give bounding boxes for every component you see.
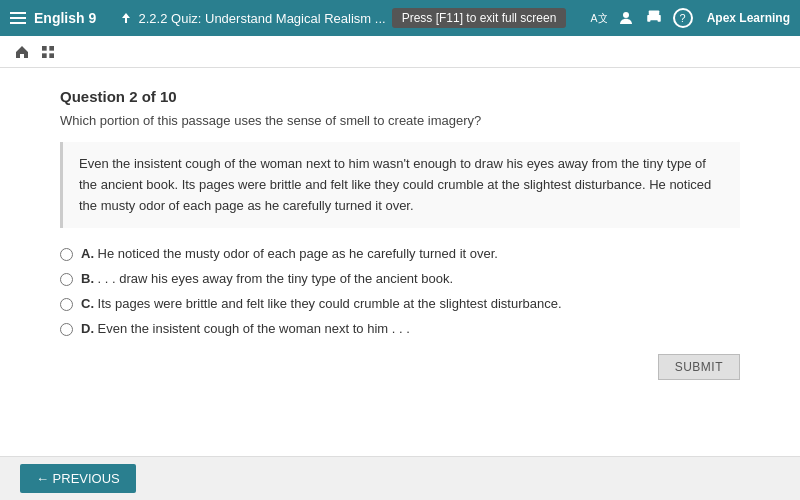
svg-text:A文: A文 [590,12,607,24]
second-bar-icons [14,44,56,60]
radio-d[interactable] [60,323,73,336]
option-text-b: B. . . . draw his eyes away from the tin… [81,271,453,286]
radio-c[interactable] [60,298,73,311]
quiz-label: 2.2.2 Quiz: Understand Magical Realism .… [139,11,386,26]
option-item-a[interactable]: A. He noticed the musty odor of each pag… [60,246,740,261]
option-item-d[interactable]: D. Even the insistent cough of the woman… [60,321,740,336]
top-bar-right: A文 ? Apex Learning [589,8,790,28]
translate-icon[interactable]: A文 [589,9,607,27]
grid-icon[interactable] [40,44,56,60]
option-text-a: A. He noticed the musty odor of each pag… [81,246,498,261]
submit-button[interactable]: SUBMIT [658,354,740,380]
svg-rect-8 [42,53,47,58]
svg-rect-4 [650,20,658,25]
menu-icon[interactable] [10,12,26,24]
option-item-b[interactable]: B. . . . draw his eyes away from the tin… [60,271,740,286]
apex-logo: Apex Learning [707,11,790,25]
svg-rect-5 [648,17,650,19]
help-icon[interactable]: ? [673,8,693,28]
footer: ← PREVIOUS [0,456,800,500]
top-bar: English 9 2.2.2 Quiz: Understand Magical… [0,0,800,36]
profile-icon[interactable] [617,9,635,27]
top-bar-left: English 9 [10,10,96,26]
option-item-c[interactable]: C. Its pages were brittle and felt like … [60,296,740,311]
svg-point-1 [623,12,629,18]
option-text-d: D. Even the insistent cough of the woman… [81,321,410,336]
svg-rect-6 [42,46,47,51]
passage-box: Even the insistent cough of the woman ne… [60,142,740,228]
print-icon[interactable] [645,9,663,27]
question-text: Which portion of this passage uses the s… [60,113,740,128]
svg-rect-9 [49,53,54,58]
submit-area: SUBMIT [60,354,740,380]
radio-b[interactable] [60,273,73,286]
main-content: Question 2 of 10 Which portion of this p… [0,68,800,478]
second-bar [0,36,800,68]
svg-rect-2 [648,11,659,16]
radio-a[interactable] [60,248,73,261]
course-title: English 9 [34,10,96,26]
top-bar-center: 2.2.2 Quiz: Understand Magical Realism .… [119,8,567,28]
options-list: A. He noticed the musty odor of each pag… [60,246,740,336]
option-text-c: C. Its pages were brittle and felt like … [81,296,562,311]
home-icon[interactable] [14,44,30,60]
up-arrow-icon [119,11,133,25]
question-header: Question 2 of 10 [60,88,740,105]
svg-rect-7 [49,46,54,51]
esc-hint: Press [F11] to exit full screen [392,8,567,28]
previous-button[interactable]: ← PREVIOUS [20,464,136,493]
